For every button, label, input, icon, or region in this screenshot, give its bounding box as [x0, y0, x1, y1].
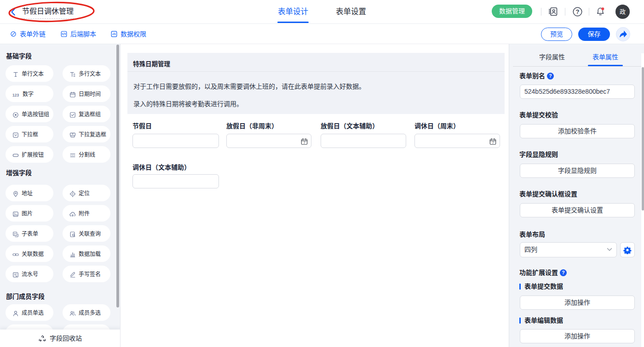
- svg-text:?: ?: [576, 8, 580, 15]
- svg-text:123: 123: [12, 93, 19, 97]
- svg-text:7: 7: [304, 141, 305, 144]
- svg-text:7: 7: [492, 141, 494, 144]
